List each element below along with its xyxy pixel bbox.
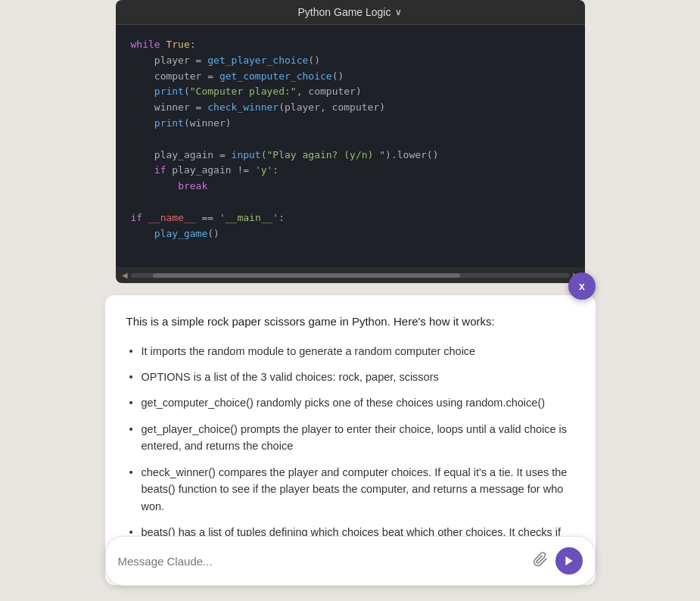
list-item: get_computer_choice() randomly picks one…	[126, 394, 574, 411]
horizontal-scrollbar[interactable]: ◀ ▶	[116, 267, 585, 283]
attachment-icon[interactable]	[533, 552, 548, 571]
scroll-track[interactable]	[131, 273, 570, 278]
main-container: Python Game Logic ∨ while True: player =…	[0, 0, 700, 601]
code-title: Python Game Logic	[298, 6, 391, 18]
close-icon: x	[579, 280, 585, 292]
explanation-intro: This is a simple rock paper scissors gam…	[126, 313, 574, 331]
send-button[interactable]	[555, 547, 583, 575]
message-input-area	[105, 536, 596, 586]
explanation-list: It imports the random module to generate…	[126, 343, 574, 559]
list-item: OPTIONS is a list of the 3 valid choices…	[126, 369, 574, 385]
scroll-thumb	[153, 273, 460, 278]
code-window: Python Game Logic ∨ while True: player =…	[116, 0, 585, 283]
list-item: It imports the random module to generate…	[126, 343, 574, 360]
code-content: while True: player = get_player_choice()…	[131, 37, 570, 241]
scroll-left-arrow[interactable]: ◀	[122, 271, 128, 279]
message-input[interactable]	[118, 555, 525, 568]
code-block: while True: player = get_player_choice()…	[116, 25, 585, 267]
code-title-bar: Python Game Logic ∨	[116, 0, 585, 25]
list-item: get_player_choice() prompts the player t…	[126, 421, 574, 455]
chevron-down-icon[interactable]: ∨	[395, 7, 402, 17]
close-button[interactable]: x	[568, 272, 596, 300]
list-item: check_winner() compares the player and c…	[126, 464, 574, 515]
